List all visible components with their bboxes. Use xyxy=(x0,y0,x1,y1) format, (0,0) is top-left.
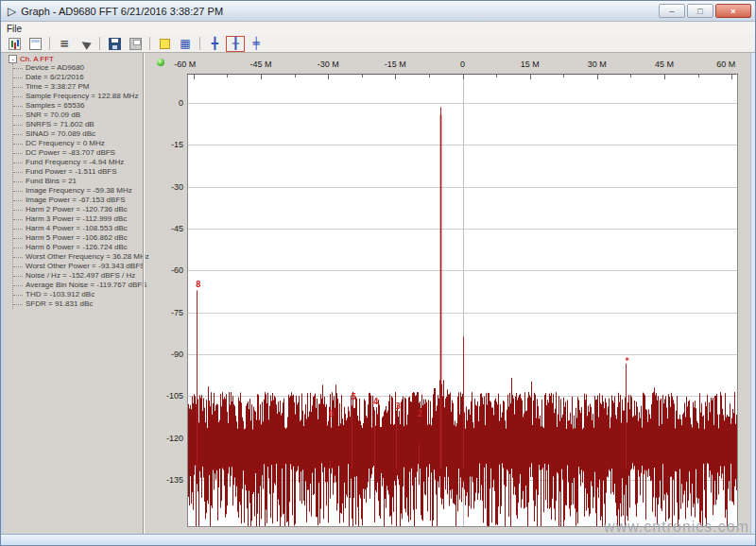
pan-icon-glyph: ╋ xyxy=(211,38,217,49)
print-icon-shape xyxy=(129,38,142,50)
peak-marker-3: 3 xyxy=(395,402,401,411)
grid-icon-glyph: ▦ xyxy=(180,38,190,49)
x-axis-tick-label: 15 M xyxy=(521,60,540,69)
content-area: - Ch. A FFT Device = AD9680Date = 6/21/2… xyxy=(4,53,750,534)
x-axis-tick-label: 0 xyxy=(460,60,465,69)
tree-item[interactable]: Fund Power = -1.511 dBFS xyxy=(13,167,142,177)
separator-1 xyxy=(49,37,50,50)
x-axis-tick-label: 30 M xyxy=(588,60,607,69)
x-axis-tick-label: -45 M xyxy=(249,60,271,69)
grid-icon[interactable]: ▦ xyxy=(176,36,195,52)
title-bar: ▷ Graph - AD9680 FFT 6/21/2016 3:38:27 P… xyxy=(1,1,755,22)
y-axis-tick-label: 0 xyxy=(146,98,183,108)
y-axis-tick-label: -105 xyxy=(146,391,183,401)
watermark: www.cntronics.com xyxy=(604,519,749,536)
tree-item[interactable]: Date = 6/21/2016 xyxy=(13,73,142,82)
save-icon[interactable] xyxy=(105,36,124,52)
tree-item[interactable]: Fund Bins = 21 xyxy=(13,177,142,186)
x-axis-tick-label: 60 M xyxy=(716,60,735,69)
print-icon[interactable] xyxy=(126,36,145,52)
app-logo-icon: ▷ xyxy=(8,6,16,17)
tree-children: Device = AD9680Date = 6/21/2016Time = 3:… xyxy=(12,63,142,309)
tree-item[interactable]: DC Frequency = 0 MHz xyxy=(13,139,142,148)
note-icon-shape xyxy=(160,39,170,49)
maximize-button[interactable]: □ xyxy=(687,4,713,18)
tree-item[interactable]: Harm 3 Power = -112.999 dBc xyxy=(13,214,142,224)
tree-item[interactable]: Image Power = -67.153 dBFS xyxy=(13,196,142,205)
menu-file[interactable]: File xyxy=(1,24,27,34)
separator-4 xyxy=(199,37,200,50)
window-title: Graph - AD9680 FFT 6/21/2016 3:38:27 PM xyxy=(21,6,223,17)
peak-marker-8: 8 xyxy=(196,281,201,289)
tree-item[interactable]: Worst Other Frequency = 36.28 MHz xyxy=(13,252,142,262)
y-axis-tick-label: -45 xyxy=(146,224,183,233)
app-window: ▷ Graph - AD9680 FFT 6/21/2016 3:38:27 P… xyxy=(0,0,756,546)
x-axis-tick-label: -30 M xyxy=(318,60,339,69)
tree-item[interactable]: Device = AD9680 xyxy=(13,63,142,73)
tree-item[interactable]: THD = -103.912 dBc xyxy=(13,290,142,299)
peak-marker-6: 6 xyxy=(329,410,335,418)
x-axis-tick-label: 45 M xyxy=(655,60,674,69)
list-icon-glyph: ≡ xyxy=(60,38,69,49)
tree-item[interactable]: Samples = 65536 xyxy=(13,101,142,111)
window-frame-right xyxy=(750,53,755,534)
tree-item[interactable]: Noise / Hz = -152.497 dBFS / Hz xyxy=(13,271,142,281)
x-axis-tick-label: -15 M xyxy=(385,60,406,69)
axes-tool-icon-glyph: ╪ xyxy=(252,38,259,49)
tree-item[interactable]: SNR = 70.09 dB xyxy=(13,111,142,120)
export-window-icon[interactable] xyxy=(26,36,44,52)
status-dot xyxy=(157,59,164,66)
y-axis-tick-label: -135 xyxy=(146,475,183,485)
tree-item[interactable]: Time = 3:38:27 PM xyxy=(13,82,142,92)
toolbar: ≡▦╋╂╪ xyxy=(1,35,755,53)
tree-item[interactable]: SNRFS = 71.602 dB xyxy=(13,120,142,129)
peak-marker-2: 2 xyxy=(418,410,423,418)
tree-root-label[interactable]: Ch. A FFT xyxy=(20,55,54,63)
window-controls: – □ × xyxy=(657,4,751,18)
export-window-icon-shape xyxy=(29,38,42,50)
tree-item[interactable]: DC Power = -83.707 dBFS xyxy=(13,148,142,158)
cursor-icon-shape xyxy=(79,38,92,50)
save-icon-shape xyxy=(109,38,121,50)
tree-item[interactable]: Harm 2 Power = -120.736 dBc xyxy=(13,205,142,214)
y-axis-tick-label: -30 xyxy=(146,182,183,192)
y-axis-tick-label: -75 xyxy=(146,308,183,317)
fft-plot-canvas[interactable] xyxy=(187,74,738,527)
chart-settings-icon[interactable] xyxy=(5,36,24,52)
y-axis-tick-label: -15 xyxy=(146,140,183,149)
tree-item[interactable]: Sample Frequency = 122.88 MHz xyxy=(13,92,142,101)
tree-item[interactable]: Harm 5 Power = -106.862 dBc xyxy=(13,233,142,243)
results-tree: - Ch. A FFT Device = AD9680Date = 6/21/2… xyxy=(9,54,142,309)
menu-bar: File xyxy=(1,22,755,35)
y-axis-tick-label: -90 xyxy=(146,350,183,359)
peak-marker-*: * xyxy=(626,357,629,366)
tree-collapse-icon[interactable]: - xyxy=(9,55,17,63)
crosshair-tool-icon-glyph: ╂ xyxy=(232,38,238,49)
peak-marker-5: 5 xyxy=(352,393,357,401)
tree-item[interactable]: Harm 4 Power = -108.553 dBc xyxy=(13,224,142,233)
tree-item[interactable]: SINAD = 70.089 dBc xyxy=(13,129,142,139)
tree-item[interactable]: Worst Other Power = -93.343 dBFS xyxy=(13,262,142,271)
y-axis-tick-label: -120 xyxy=(146,434,183,443)
tree-item[interactable]: SFDR = 91.831 dBc xyxy=(13,299,142,309)
minimize-button[interactable]: – xyxy=(659,4,685,18)
pan-icon[interactable]: ╋ xyxy=(205,36,224,52)
axes-tool-icon[interactable]: ╪ xyxy=(247,36,266,52)
x-axis-tick-label: -60 M xyxy=(174,60,196,69)
y-axis-tick-label: -60 xyxy=(146,265,183,275)
crosshair-tool-icon[interactable]: ╂ xyxy=(226,36,245,52)
tree-item[interactable]: Image Frequency = -59.38 MHz xyxy=(13,186,142,196)
cursor-icon[interactable] xyxy=(76,36,94,52)
note-icon[interactable] xyxy=(155,36,174,52)
panel-splitter[interactable] xyxy=(143,53,145,534)
close-button[interactable]: × xyxy=(715,4,751,18)
separator-3 xyxy=(149,37,150,50)
separator-2 xyxy=(99,37,100,50)
tree-item[interactable]: Average Bin Noise = -119.767 dBFS xyxy=(13,281,142,290)
chart-settings-icon-shape xyxy=(9,38,21,50)
peak-marker-4: 4 xyxy=(373,398,379,406)
list-icon[interactable]: ≡ xyxy=(55,36,74,52)
tree-item[interactable]: Harm 6 Power = -126.724 dBc xyxy=(13,243,142,252)
tree-root-row: - Ch. A FFT xyxy=(9,54,142,63)
tree-item[interactable]: Fund Frequency = -4.94 MHz xyxy=(13,158,142,167)
